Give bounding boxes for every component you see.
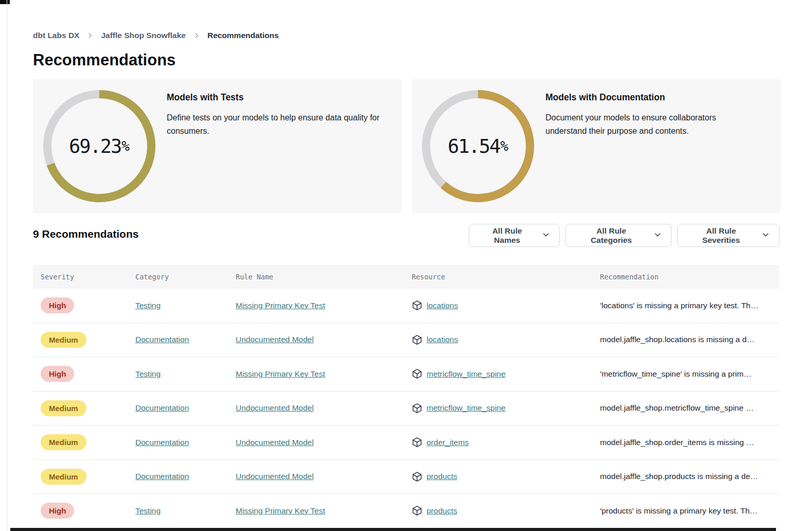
model-cube-icon (412, 505, 422, 516)
column-header-category: Category (135, 273, 236, 281)
rule-name-link[interactable]: Undocumented Model (236, 472, 314, 481)
severity-badge: Medium (41, 469, 86, 485)
resource-link[interactable]: products (427, 472, 457, 481)
metric-card-models-with-documentation: 61.54% Models with Documentation Documen… (412, 79, 781, 213)
chevron-down-icon (654, 231, 662, 241)
severity-badge: Medium (41, 434, 86, 450)
breadcrumb-item-account[interactable]: dbt Labs DX (33, 31, 79, 40)
category-link[interactable]: Documentation (135, 438, 189, 447)
rule-name-link[interactable]: Missing Primary Key Test (236, 506, 325, 516)
recommendation-text: model.jaffle_shop.order_items is missing… (600, 438, 754, 447)
severity-badge: Medium (41, 400, 86, 416)
column-header-rule-name: Rule Name (236, 273, 412, 281)
filter-label: All Rule Severities (687, 226, 755, 245)
donut-chart-documentation: 61.54% (421, 90, 535, 203)
breadcrumb-item-current: Recommendations (207, 31, 279, 40)
severity-badge: High (41, 503, 74, 519)
rule-name-link[interactable]: Undocumented Model (236, 403, 314, 413)
table-row: High Testing Missing Primary Key Test lo… (33, 289, 779, 323)
category-link[interactable]: Documentation (135, 403, 189, 413)
corner-artifact (0, 0, 10, 4)
table-row: High Testing Missing Primary Key Test me… (33, 357, 779, 392)
category-link[interactable]: Testing (135, 506, 161, 516)
donut-percent-label: 61.54% (421, 90, 535, 203)
model-cube-icon (412, 437, 422, 448)
rule-categories-filter-dropdown[interactable]: All Rule Categories (566, 224, 672, 247)
chevron-down-icon (762, 231, 770, 241)
rule-severities-filter-dropdown[interactable]: All Rule Severities (677, 224, 780, 247)
model-cube-icon (412, 471, 422, 482)
table-row: Medium Documentation Undocumented Model … (33, 460, 779, 494)
model-cube-icon (412, 368, 422, 379)
rule-name-link[interactable]: Undocumented Model (236, 335, 314, 344)
column-header-severity: Severity (41, 273, 135, 281)
filter-label: All Rule Names (479, 226, 536, 245)
cutoff-content-bar (10, 528, 776, 531)
recommendation-text: model.jaffle_shop.products is missing a … (600, 472, 758, 481)
category-link[interactable]: Documentation (135, 472, 189, 481)
column-header-recommendation: Recommendation (600, 273, 779, 281)
donut-chart-tests: 69.23% (43, 90, 156, 203)
table-header-row: Severity Category Rule Name Resource Rec… (33, 265, 779, 289)
card-title: Models with Tests (167, 92, 399, 103)
breadcrumb: dbt Labs DX Jaffle Shop Snowflake Recomm… (33, 31, 279, 40)
category-link[interactable]: Documentation (135, 335, 189, 344)
severity-badge: Medium (41, 332, 86, 348)
model-cube-icon (412, 334, 422, 345)
model-cube-icon (412, 300, 422, 311)
breadcrumb-item-project[interactable]: Jaffle Shop Snowflake (101, 31, 186, 40)
recommendation-text: model.jaffle_shop.metricflow_time_spine … (600, 403, 754, 413)
recommendation-text: 'metricflow_time_spine' is missing a pri… (600, 369, 751, 379)
rule-name-link[interactable]: Missing Primary Key Test (236, 301, 325, 310)
resource-link[interactable]: locations (427, 301, 458, 310)
resource-link[interactable]: products (427, 506, 457, 516)
page-title: Recommendations (33, 51, 175, 69)
card-title: Models with Documentation (545, 92, 737, 103)
card-description: Document your models to ensure collabora… (545, 111, 737, 138)
filter-bar: All Rule Names All Rule Categories All R… (469, 224, 780, 247)
model-cube-icon (412, 403, 422, 414)
left-divider (7, 0, 7, 531)
recommendation-text: 'locations' is missing a primary key tes… (600, 301, 758, 310)
recommendation-text: 'products' is missing a primary key test… (600, 506, 757, 516)
resource-link[interactable]: locations (427, 335, 458, 344)
filter-label: All Rule Categories (575, 226, 647, 245)
chevron-right-icon (193, 32, 200, 39)
table-row: High Testing Missing Primary Key Test pr… (33, 494, 779, 528)
page: dbt Labs DX Jaffle Shop Snowflake Recomm… (0, 0, 812, 531)
table-row: Medium Documentation Undocumented Model … (33, 426, 779, 460)
column-header-resource: Resource (412, 273, 600, 281)
rule-names-filter-dropdown[interactable]: All Rule Names (469, 224, 560, 247)
table-row: Medium Documentation Undocumented Model … (33, 392, 779, 426)
category-link[interactable]: Testing (135, 301, 161, 310)
recommendations-table: Severity Category Rule Name Resource Rec… (33, 265, 779, 528)
rule-name-link[interactable]: Missing Primary Key Test (236, 369, 325, 379)
card-description: Define tests on your models to help ensu… (167, 111, 399, 138)
resource-link[interactable]: metricflow_time_spine (427, 403, 505, 413)
chevron-down-icon (542, 231, 550, 241)
recommendations-count: 9 Recommendations (33, 228, 138, 240)
donut-percent-label: 69.23% (43, 90, 156, 203)
recommendation-text: model.jaffle_shop.locations is missing a… (600, 335, 754, 344)
table-body: High Testing Missing Primary Key Test lo… (33, 289, 779, 528)
category-link[interactable]: Testing (135, 369, 161, 379)
rule-name-link[interactable]: Undocumented Model (236, 438, 314, 447)
table-row: Medium Documentation Undocumented Model … (33, 323, 779, 358)
severity-badge: High (41, 297, 74, 313)
chevron-right-icon (86, 32, 94, 39)
resource-link[interactable]: order_items (427, 438, 469, 447)
severity-badge: High (41, 366, 74, 382)
resource-link[interactable]: metricflow_time_spine (427, 369, 505, 379)
metric-card-models-with-tests: 69.23% Models with Tests Define tests on… (33, 79, 402, 213)
